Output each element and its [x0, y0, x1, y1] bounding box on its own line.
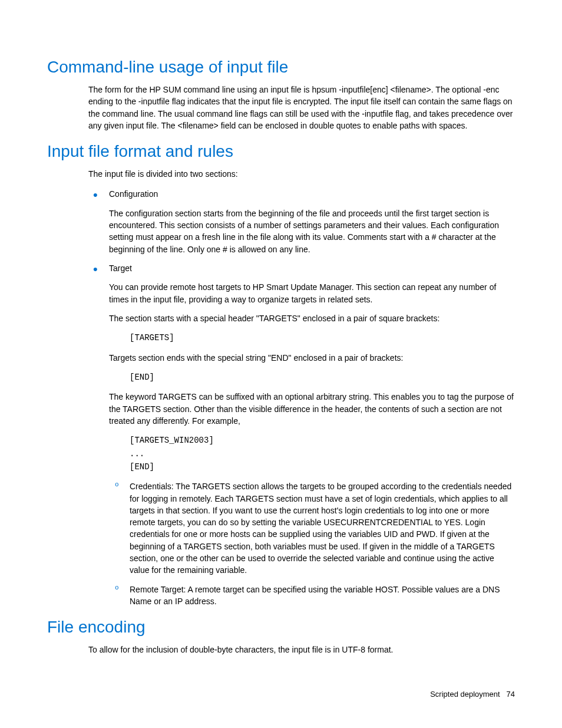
- target-p3: Targets section ends with the special st…: [109, 352, 515, 364]
- list-item-target: Target: [88, 262, 515, 274]
- section-heading-input-file-format: Input file format and rules: [47, 142, 515, 161]
- page-footer: Scripted deployment 74: [430, 690, 515, 699]
- code-targets-win: [TARGETS_WIN2003] ... [END]: [130, 434, 515, 473]
- code-targets: [TARGETS]: [130, 331, 515, 344]
- configuration-desc: The configuration section starts from th…: [109, 207, 515, 255]
- section-heading-file-encoding: File encoding: [47, 618, 515, 637]
- sublist-item-credentials: Credentials: The TARGETS section allows …: [109, 480, 515, 576]
- code-end: [END]: [130, 371, 515, 384]
- target-sublist: Credentials: The TARGETS section allows …: [109, 480, 515, 607]
- target-desc: You can provide remote host targets to H…: [109, 281, 515, 305]
- sublist-item-remote-target: Remote Target: A remote target can be sp…: [109, 584, 515, 608]
- item-label: Configuration: [109, 189, 158, 199]
- paragraph-command-line: The form for the HP SUM command line usi…: [88, 84, 515, 131]
- paragraph-file-encoding: To allow for the inclusion of double-byt…: [88, 644, 515, 655]
- item-label: Target: [109, 263, 132, 273]
- footer-page: 74: [507, 690, 515, 699]
- section-heading-command-line: Command-line usage of input file: [47, 58, 515, 77]
- footer-label: Scripted deployment: [430, 690, 500, 699]
- target-p4: The keyword TARGETS can be suffixed with…: [109, 391, 515, 427]
- list-item-configuration: Configuration: [88, 188, 515, 200]
- target-p2: The section starts with a special header…: [109, 312, 515, 324]
- config-target-list: Configuration: [88, 188, 515, 200]
- config-target-list-2: Target: [88, 262, 515, 274]
- paragraph-intro: The input file is divided into two secti…: [88, 168, 515, 180]
